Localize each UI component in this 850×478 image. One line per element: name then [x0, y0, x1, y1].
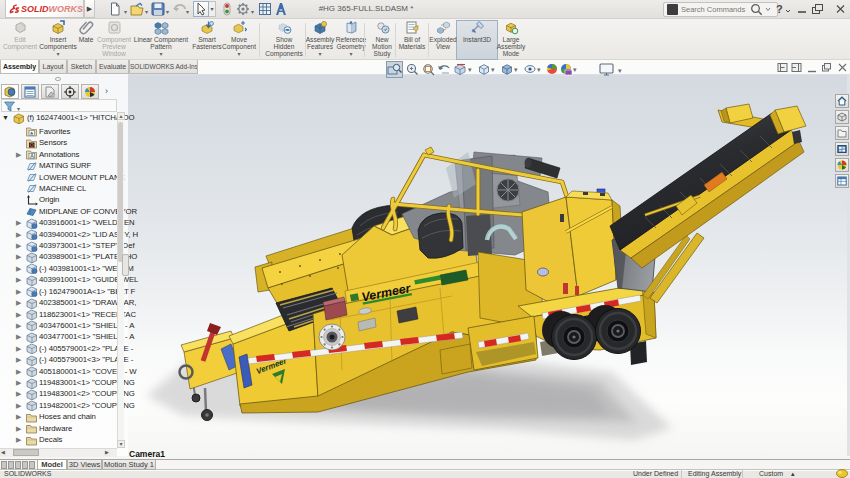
svg-text:▾: ▾ — [573, 66, 577, 73]
svg-text:A: A — [30, 153, 34, 159]
svg-text:▾: ▾ — [618, 67, 622, 74]
svg-text:▾: ▾ — [514, 66, 518, 73]
svg-text:?: ? — [776, 3, 783, 15]
svg-text:▾: ▾ — [468, 66, 472, 73]
svg-text:▾: ▾ — [537, 66, 541, 73]
svg-text:▾: ▾ — [491, 66, 495, 73]
